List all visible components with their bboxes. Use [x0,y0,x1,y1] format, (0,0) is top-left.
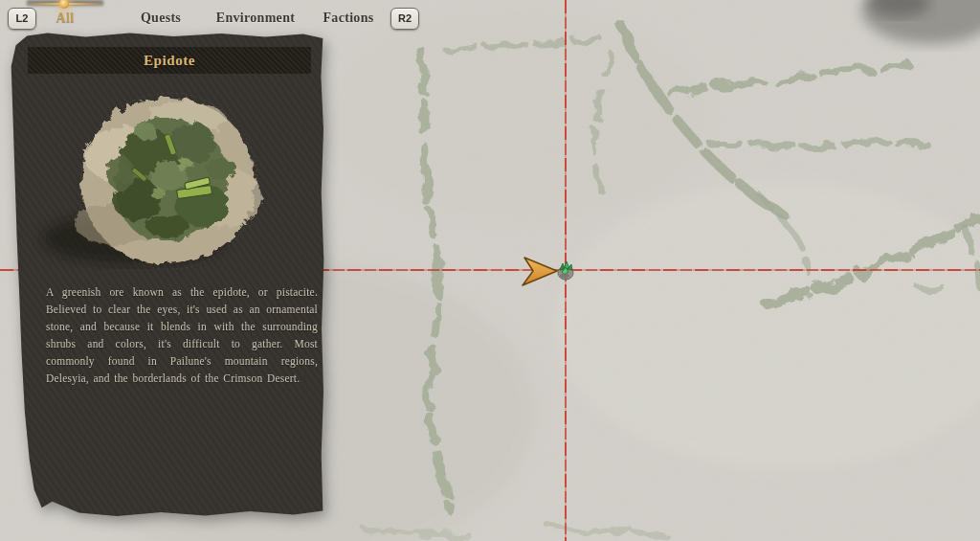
epidote-ore-image [24,80,311,282]
tab-quests[interactable]: Quests [122,9,199,28]
tab-environment[interactable]: Environment [206,9,305,28]
tooltip-title: Epidote [28,47,311,74]
tooltip-description: A greenish ore known as the epidote, or … [46,283,318,387]
game-map-screen: Epidote [0,0,980,541]
collectible-tooltip-panel: Epidote [10,33,325,518]
tab-factions[interactable]: Factions [308,9,389,28]
active-tab-indicator-dot [59,0,69,9]
r2-shoulder-button[interactable]: R2 [390,8,419,30]
map-filter-tab-bar: L2 All Quests Environment Factions R2 [0,0,980,34]
map-cursor-arrow-icon [521,257,561,291]
tab-all[interactable]: All [38,9,92,28]
l2-shoulder-button[interactable]: L2 [8,8,36,30]
